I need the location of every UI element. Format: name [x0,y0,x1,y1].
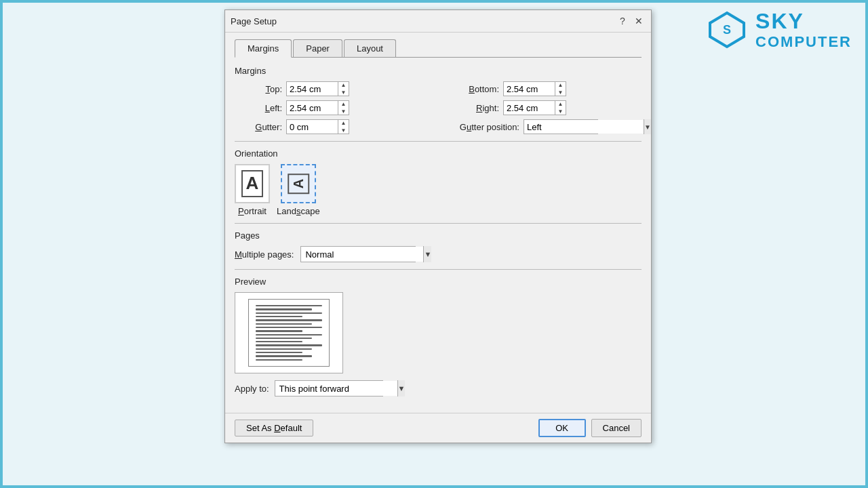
left-spinner[interactable]: ▲ ▼ [286,100,349,115]
preview-line-11 [256,341,302,342]
preview-page [248,299,330,367]
logo-text: SKY COMPUTER [755,9,852,49]
top-up-arrow[interactable]: ▲ [338,81,349,89]
orientation-options: A Portrait A Landscape [235,164,642,216]
top-arrows: ▲ ▼ [338,81,349,96]
dialog-footer: Set As Default OK Cancel [225,413,651,443]
left-down-arrow[interactable]: ▼ [338,108,349,115]
right-up-arrow[interactable]: ▲ [555,100,566,108]
landscape-label: Landscape [277,206,320,216]
right-spinner[interactable]: ▲ ▼ [503,100,566,115]
margins-section-header: Margins [235,66,642,76]
tab-paper[interactable]: Paper [293,39,342,57]
top-field-row: Top: ▲ ▼ [235,81,425,96]
set-default-button[interactable]: Set As Default [235,420,313,436]
gutter-pos-label: Gutter position: [452,122,519,132]
pages-row: Multiple pages: ▼ [235,246,642,262]
preview-line-12 [256,344,322,346]
apply-dropdown[interactable]: ▼ [275,380,383,396]
preview-line-1 [256,305,322,306]
right-arrows: ▲ ▼ [555,100,566,115]
gutter-spinner[interactable]: ▲ ▼ [286,119,349,134]
gutter-pos-arrow[interactable]: ▼ [644,119,651,134]
top-input[interactable] [287,82,338,96]
cancel-button[interactable]: Cancel [591,419,642,437]
top-spinner[interactable]: ▲ ▼ [286,81,349,96]
preview-line-10 [256,338,312,339]
apply-dropdown-arrow[interactable]: ▼ [397,380,406,396]
titlebar-icons: ? ✕ [616,14,646,28]
orientation-section: Orientation A Portrait A Landscape [235,148,642,216]
preview-line-4 [256,316,302,317]
dialog-title: Page Setup [231,16,277,26]
gutter-input[interactable] [287,120,338,134]
pages-dropdown-input[interactable] [301,247,423,262]
bottom-arrows: ▲ ▼ [555,81,566,96]
gutter-up-arrow[interactable]: ▲ [338,119,349,127]
preview-line-9 [256,334,322,336]
preview-line-16 [256,359,302,361]
right-field-row: Right: ▲ ▼ [452,100,642,115]
preview-line-6 [256,323,312,325]
apply-dropdown-input[interactable] [275,381,397,396]
preview-line-15 [256,355,312,357]
tab-margins[interactable]: Margins [235,39,292,58]
right-label: Right: [452,103,499,113]
gutter-pos-dropdown[interactable]: ▼ [524,119,598,134]
portrait-button[interactable]: A Portrait [235,164,270,216]
preview-line-13 [256,348,312,350]
bottom-label: Bottom: [452,84,499,94]
bottom-up-arrow[interactable]: ▲ [555,81,566,89]
logo-computer: COMPUTER [755,34,852,50]
logo-area: S SKY COMPUTER [707,9,852,50]
portrait-label: Portrait [238,206,267,216]
left-field-row: Left: ▲ ▼ [235,100,425,115]
right-down-arrow[interactable]: ▼ [555,108,566,115]
pages-section: Pages Multiple pages: ▼ [235,230,642,262]
gutter-pos-field-row: Gutter position: ▼ [452,119,642,134]
landscape-button[interactable]: A Landscape [277,164,320,216]
right-input[interactable] [504,101,555,115]
gutter-pos-input[interactable] [524,120,644,134]
bottom-input[interactable] [504,82,555,96]
pages-label: Multiple pages: [235,249,294,260]
apply-label: Apply to: [235,384,269,394]
preview-line-3 [256,312,322,314]
left-label: Left: [235,103,282,113]
apply-row: Apply to: ▼ [235,380,642,396]
bottom-spinner[interactable]: ▲ ▼ [503,81,566,96]
bottom-field-row: Bottom: ▲ ▼ [452,81,642,96]
dialog-titlebar: Page Setup ? ✕ [225,10,651,33]
top-label: Top: [235,84,282,94]
preview-section: Preview [235,277,642,373]
pages-header: Pages [235,230,642,241]
tab-layout[interactable]: Layout [344,39,396,57]
left-input[interactable] [287,101,338,115]
ok-button[interactable]: OK [538,419,586,437]
preview-header: Preview [235,277,642,287]
preview-line-7 [256,327,322,328]
gutter-field-row: Gutter: ▲ ▼ [235,119,425,134]
pages-dropdown[interactable]: ▼ [300,246,416,262]
logo-sky: SKY [755,9,852,33]
portrait-icon: A [235,164,270,203]
pages-dropdown-arrow[interactable]: ▼ [423,246,431,262]
svg-text:S: S [723,23,731,37]
left-arrows: ▲ ▼ [338,100,349,115]
gutter-label: Gutter: [235,122,282,132]
margins-grid: Top: ▲ ▼ Bottom: ▲ ▼ [235,81,642,134]
landscape-icon: A [281,164,316,203]
help-button[interactable]: ? [616,14,629,28]
preview-box [235,292,343,373]
preview-line-14 [256,352,302,353]
gutter-down-arrow[interactable]: ▼ [338,127,349,134]
bottom-down-arrow[interactable]: ▼ [555,89,566,96]
preview-line-5 [256,319,322,321]
left-up-arrow[interactable]: ▲ [338,100,349,108]
gutter-arrows: ▲ ▼ [338,119,349,134]
top-down-arrow[interactable]: ▼ [338,89,349,96]
footer-right-buttons: OK Cancel [538,419,642,437]
preview-line-2 [256,308,312,310]
dialog-content: Margins Paper Layout Margins Top: ▲ ▼ Bo… [225,33,651,413]
close-button[interactable]: ✕ [632,14,646,28]
